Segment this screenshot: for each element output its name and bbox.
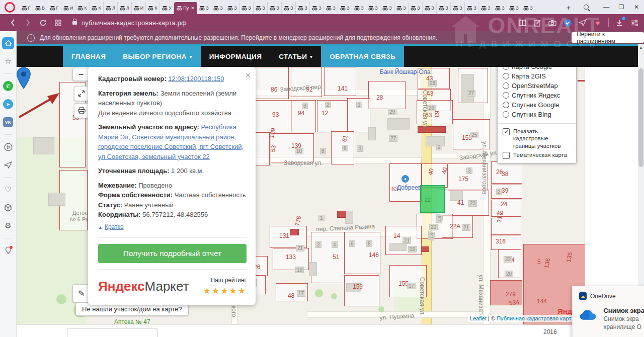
leaflet-link[interactable]: Leaflet — [470, 315, 487, 321]
tab[interactable]: З — [380, 2, 394, 14]
go-to-extensions-button[interactable]: Перейти к расширениям — [572, 32, 644, 43]
telegram-icon[interactable]: ➤ — [2, 98, 14, 110]
tab[interactable]: З — [507, 2, 521, 14]
tab[interactable]: З — [296, 2, 310, 14]
extension-badge-icon[interactable] — [561, 16, 574, 29]
tab[interactable]: Г — [47, 2, 61, 14]
downloads-icon[interactable] — [613, 16, 626, 29]
layer-checkbox[interactable]: ✓Показать кадастровые границы участков — [503, 128, 571, 149]
window-minimize-button[interactable]: — — [599, 1, 614, 14]
tab[interactable]: З — [465, 2, 479, 14]
map-parcel[interactable] — [368, 81, 406, 109]
tips-bulb-icon[interactable] — [2, 244, 14, 257]
extensions-cube-icon[interactable] — [2, 202, 14, 214]
bookmarks-icon[interactable] — [516, 16, 529, 29]
tab[interactable]: З — [225, 2, 239, 14]
url-text[interactable]: публичная-кадастровая-карта.рф — [82, 19, 187, 27]
tab[interactable]: З — [324, 2, 338, 14]
tab[interactable]: Л — [104, 2, 118, 14]
layer-option[interactable]: Спутник Bing — [503, 110, 571, 119]
layer-option[interactable]: Карта Google — [503, 67, 571, 71]
nav-item-4[interactable]: СТАТЬИ▾ — [270, 46, 321, 67]
tab[interactable]: З — [338, 2, 352, 14]
checkbox-icon[interactable]: ✓ — [503, 128, 510, 135]
window-restore-button[interactable]: ❐ — [614, 1, 629, 14]
tab[interactable]: З — [366, 2, 380, 14]
tab[interactable]: З — [437, 2, 451, 14]
tab[interactable]: З — [451, 2, 465, 14]
tab[interactable]: З — [394, 2, 409, 14]
tab[interactable]: У — [160, 2, 174, 14]
tab[interactable]: В — [33, 2, 47, 14]
tab[interactable]: Г — [19, 2, 33, 14]
tab[interactable]: З — [211, 2, 225, 14]
radio-icon[interactable] — [503, 92, 509, 99]
tab[interactable]: И — [132, 2, 146, 14]
tab[interactable]: З — [282, 2, 296, 14]
tab[interactable]: З — [521, 2, 535, 14]
settings-gear-icon[interactable]: ⚙ — [2, 220, 14, 232]
opera-logo-icon[interactable] — [5, 2, 15, 13]
tab[interactable]: К — [90, 2, 104, 14]
layer-option[interactable]: Спутник Google — [503, 100, 571, 110]
whatsapp-icon[interactable]: ✆ — [2, 80, 14, 92]
radio-icon[interactable] — [503, 82, 509, 89]
share-icon[interactable] — [576, 16, 589, 29]
tab[interactable]: К — [146, 2, 160, 14]
tab[interactable]: З — [197, 2, 211, 14]
source-link[interactable]: Публичная кадастровая карт — [497, 315, 571, 321]
tab[interactable]: З — [239, 2, 254, 14]
window-close-button[interactable]: ✕ — [629, 1, 644, 14]
tab[interactable]: К — [75, 2, 90, 14]
bookmarks-star-icon[interactable]: ☆ — [2, 55, 14, 67]
onedrive-toast[interactable]: ☁ OneDrive Снимок экра Снимок экра храни… — [572, 286, 644, 337]
vk-icon[interactable]: VK — [2, 116, 14, 128]
map-parcel[interactable] — [389, 163, 422, 202]
zoom-out-button[interactable]: − — [72, 68, 90, 81]
layer-option[interactable]: OpenStreetMap — [503, 81, 571, 91]
reload-button[interactable] — [36, 16, 49, 29]
radio-icon[interactable] — [503, 67, 509, 70]
nav-item-3[interactable]: ИНФОРМАЦИЯ — [201, 46, 271, 67]
tab[interactable]: З — [352, 2, 366, 14]
scrollbar-up-arrow[interactable]: ▲ — [638, 45, 644, 50]
tab[interactable]: З — [310, 2, 324, 14]
print-button[interactable] — [74, 103, 89, 118]
layer-option[interactable]: Карта 2GIS — [503, 71, 571, 81]
home-icon[interactable] — [2, 37, 14, 49]
fullscreen-button[interactable] — [74, 86, 89, 101]
tab[interactable]: З — [254, 2, 268, 14]
scrollbar-thumb[interactable] — [638, 68, 643, 167]
nav-item-2[interactable]: ВЫБОР РЕГИОНА▾ — [114, 46, 200, 67]
map-parcel[interactable] — [252, 67, 289, 99]
tab[interactable]: З — [268, 2, 282, 14]
tab[interactable]: Л — [118, 2, 132, 14]
collapse-link[interactable]: Кратко — [105, 223, 124, 230]
speed-dial-icon[interactable] — [51, 16, 64, 29]
camera-icon[interactable] — [546, 16, 559, 29]
snapshot-edit-icon[interactable] — [531, 16, 544, 29]
player-icon[interactable] — [2, 141, 14, 153]
tab[interactable]: З — [493, 2, 507, 14]
nav-item-1[interactable]: ГЛАВНАЯ — [63, 46, 114, 67]
detailed-report-button[interactable]: Получить подробный отчет — [98, 244, 247, 263]
tab[interactable]: З — [409, 2, 423, 14]
radio-icon[interactable] — [503, 73, 509, 79]
back-button[interactable] — [6, 16, 19, 29]
favorites-heart-icon[interactable]: ♥ — [591, 16, 604, 29]
checkbox-icon[interactable] — [503, 152, 510, 159]
layer-option[interactable]: Спутник Яндекс — [503, 91, 571, 100]
tab-active[interactable]: Пу✕ — [174, 2, 197, 14]
tab[interactable]: И — [61, 2, 75, 14]
tab-close-icon[interactable]: ✕ — [191, 6, 195, 11]
radio-icon[interactable] — [503, 102, 509, 108]
selected-parcel[interactable] — [420, 185, 445, 213]
new-tab-button[interactable]: + — [562, 3, 575, 12]
footer-input[interactable] — [67, 328, 157, 337]
tab[interactable]: З — [479, 2, 493, 14]
popup-close-icon[interactable]: × — [245, 71, 251, 80]
send-to-device-icon[interactable] — [2, 159, 14, 171]
address-bar[interactable]: публичная-кадастровая-карта.рф — [72, 19, 515, 27]
likes-heart-icon[interactable]: ♡ — [2, 184, 14, 196]
poi-icon[interactable]: ● — [401, 175, 409, 183]
